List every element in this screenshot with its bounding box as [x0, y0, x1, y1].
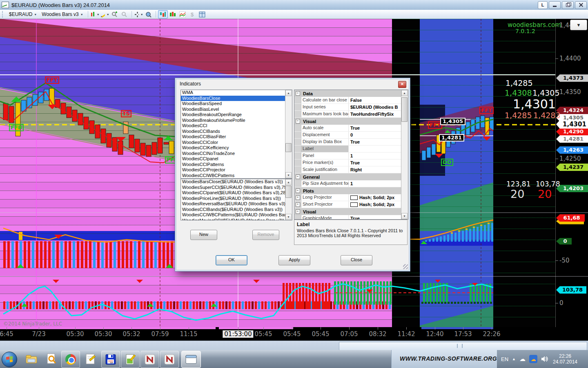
grid-scrollbar[interactable]: ▲▼ [401, 90, 408, 219]
available-indicators-list[interactable]: WMAWoodiesBarsCloseWoodiesBarsSpeedWoodi… [180, 90, 292, 179]
lock-button[interactable]: L [538, 1, 548, 9]
ninjatrader-taskbar-button[interactable] [140, 351, 159, 368]
list-scrollbar[interactable]: ▲▼ [285, 179, 292, 220]
list-item[interactable]: WoodiesBarsClose($EURAUD (Woodies Bars v… [181, 179, 292, 185]
property-row[interactable]: Displacement0 [294, 132, 408, 139]
notepad-taskbar-button[interactable] [82, 351, 100, 367]
list-item[interactable]: WoodiesCCIBiasFilter [181, 134, 292, 140]
property-row[interactable]: GraphicsModeTrue [294, 215, 408, 220]
list-item[interactable]: WoodiesCCIKefficiency [181, 145, 292, 151]
list-item[interactable]: WoodiesCCIProjector [181, 167, 292, 173]
currency-button[interactable]: $ [187, 10, 197, 18]
remove-indicator-button[interactable] [120, 10, 129, 18]
time-tick [7, 327, 7, 330]
time-label: 6:45 [0, 330, 13, 338]
list-item[interactable]: WoodiesCCIBands [181, 129, 292, 135]
property-section[interactable]: −Data [294, 90, 408, 97]
zoom-button[interactable] [144, 10, 154, 18]
restore-button[interactable] [562, 1, 574, 9]
bar-type-button[interactable]: ▼ [90, 10, 100, 18]
list-item[interactable]: WoodiesReversalBar($EURAUD (Woodies Bars… [181, 201, 292, 207]
drawing-tools-button[interactable]: ▼ [100, 10, 110, 18]
list-item[interactable]: WoodiesCCIWBCPatterns($EURAUD (Woodies B… [181, 212, 292, 218]
property-row[interactable]: Price marker(s)True [294, 159, 408, 166]
indicators-dialog[interactable]: Indicators ✕ WMAWoodiesBarsCloseWoodiesB… [175, 78, 410, 272]
chart-style-2-button[interactable] [168, 10, 178, 18]
property-grid[interactable]: −DataCalculate on bar closeFalseInput se… [294, 90, 408, 220]
language-indicator[interactable]: EN [501, 356, 508, 362]
price-axis-dropdown[interactable]: ▼ [570, 20, 587, 30]
property-section[interactable]: −Visual [294, 118, 408, 125]
resize-grip[interactable] [403, 264, 408, 269]
dialog-close-icon[interactable]: ✕ [398, 81, 406, 88]
minimize-button[interactable] [549, 1, 561, 9]
list-item[interactable]: WoodiesCCIPatterns [181, 162, 292, 168]
list-item[interactable]: WoodiesPriceLine($EURAUD (Woodies Bars v… [181, 196, 292, 202]
property-row[interactable]: Calculate on bar closeFalse [294, 97, 408, 104]
apply-button[interactable]: Apply [278, 255, 310, 265]
editor-taskbar-button[interactable] [121, 351, 140, 368]
remove-button[interactable]: Remove [252, 230, 279, 240]
list-item[interactable]: WoodiesCCIpanel($EURAUD (Woodies Bars v3… [181, 190, 292, 196]
list-item[interactable]: WMA [181, 90, 292, 96]
new-button[interactable]: New [190, 230, 217, 240]
start-button[interactable] [2, 352, 17, 367]
close-dialog-button[interactable]: Close [341, 255, 372, 265]
taskbar-clock[interactable]: 22:26 24.07.2014 [553, 353, 577, 365]
toolbar-grip[interactable] [2, 11, 4, 18]
close-button[interactable] [575, 1, 587, 9]
list-item[interactable]: WoodiesCCIColor [181, 140, 292, 146]
property-row[interactable]: Panel1 [294, 153, 408, 159]
property-row[interactable]: Auto scaleTrue [294, 125, 408, 132]
property-row[interactable]: Scale justificationRight [294, 166, 408, 173]
configured-indicators-list[interactable]: WoodiesBarsClose($EURAUD (Woodies Bars v… [180, 179, 292, 220]
chrome-taskbar-button[interactable] [61, 351, 80, 368]
crosshair-button[interactable]: ▼ [134, 10, 144, 18]
floppy-64-taskbar-button[interactable]: 64 [101, 351, 120, 368]
list-item[interactable]: WoodiesCCIWBCPatterns [181, 173, 292, 179]
property-row[interactable]: +Long ProjectorHash; Solid; 2px [294, 194, 408, 201]
property-row[interactable]: Label [294, 146, 408, 153]
list-item[interactable]: WoodiesBarsSpeed [181, 101, 292, 107]
search-taskbar-button[interactable] [42, 351, 60, 367]
list-item[interactable]: WoodiesBiasLevel [181, 107, 292, 112]
chart-toolbar: $EURAUD▼ Woodies Bars v3▼ ▼ ▼ ▼ $ [0, 10, 588, 19]
time-axis[interactable]: 6:457/2305:3005:3005:3207:5911:1501:53:0… [0, 327, 588, 341]
property-row[interactable]: +Short ProjectorHash; Solid; 2px [294, 201, 408, 208]
property-row[interactable]: Display in Data BoxTrue [294, 139, 408, 146]
window-titlebar[interactable]: $EURAUD (Woodies Bars v3) 24.07.2014 L [0, 0, 588, 10]
ninjatrader-2-taskbar-button[interactable] [160, 351, 179, 368]
add-indicator-button[interactable] [110, 10, 120, 18]
list-item[interactable]: WoodiesBreakoutOpenRange [181, 112, 292, 118]
property-row[interactable]: Pip Size Adjustment for1 [294, 180, 408, 187]
price-axis[interactable] [555, 19, 588, 327]
data-grid-button[interactable] [197, 10, 207, 18]
instrument-selector[interactable]: $EURAUD▼ [7, 11, 39, 18]
chart-style-selected-button[interactable] [158, 10, 168, 18]
show-hidden-icons-button[interactable]: ▲ [512, 357, 516, 361]
property-section[interactable]: −Visual [294, 208, 408, 215]
list-item[interactable]: WoodiesCCIBands($EURAUD (Woodies Bars v3… [181, 207, 292, 213]
property-row[interactable]: Input series$EURAUD (Woodies B [294, 104, 408, 111]
list-item[interactable]: WoodiesSuperCCI($EURAUD (Woodies Bars v3… [181, 185, 292, 191]
explorer-taskbar-button[interactable] [23, 351, 41, 367]
property-section[interactable]: −Plots [294, 187, 408, 194]
active-window-taskbar-button[interactable] [181, 351, 201, 368]
list-scrollbar[interactable]: ▲▼ [285, 90, 292, 178]
weather-tray-icon[interactable]: ☁ [529, 355, 537, 363]
property-row[interactable]: Maximum bars look bacTwoHundredFiftySix [294, 111, 408, 118]
list-item[interactable]: WoodiesCCINoTradeZone [181, 151, 292, 157]
scrollbar-thumb[interactable] [339, 342, 587, 350]
list-item[interactable]: WoodiesCCIpanel [181, 156, 292, 162]
chart-style-line-button[interactable] [178, 10, 187, 18]
ok-button[interactable]: OK [216, 255, 247, 265]
list-item[interactable]: WoodiesMovingCCI($EURAUD (Woodies Bars v… [181, 218, 292, 221]
list-item[interactable]: WoodiesBarsClose [181, 96, 292, 101]
list-item[interactable]: WoodiesCCI [181, 123, 292, 129]
interval-selector[interactable]: Woodies Bars v3▼ [39, 11, 85, 18]
horizontal-scrollbar[interactable] [0, 341, 588, 350]
property-section[interactable]: −General [294, 173, 408, 180]
volume-tray-icon[interactable] [541, 356, 548, 362]
cloud-tray-icon[interactable]: ☁ [519, 355, 526, 363]
list-item[interactable]: WoodiesBreakoutVolumeProfile [181, 118, 292, 123]
